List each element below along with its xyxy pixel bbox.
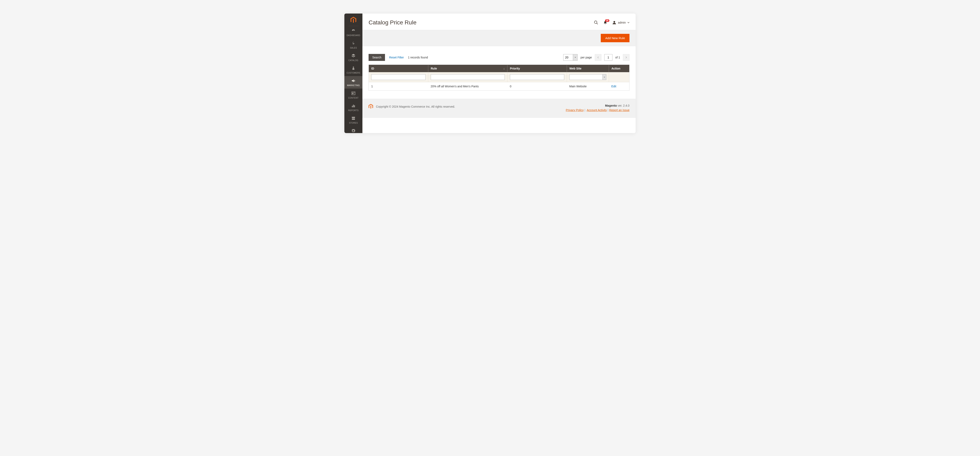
svg-line-8 [597, 23, 598, 24]
page-of-label: of 1 [615, 56, 620, 59]
page-footer: Copyright © 2024 Magento Commerce Inc. A… [363, 99, 636, 118]
sidebar-item-label: DASHBOARD [347, 34, 360, 37]
data-grid: ID Rule↓ Priority Web Site Action [363, 65, 636, 99]
filter-priority-input[interactable] [510, 74, 564, 80]
sidebar-item-dashboard[interactable]: DASHBOARD [344, 26, 363, 38]
svg-rect-4 [352, 106, 353, 107]
customers-icon [351, 66, 356, 70]
table-header-row: ID Rule↓ Priority Web Site Action [369, 65, 630, 72]
rules-table: ID Rule↓ Priority Web Site Action [369, 65, 630, 91]
table-row[interactable]: 1 20% off all Women's and Men's Pants 0 … [369, 82, 630, 91]
sidebar-item-stores[interactable]: STORES [344, 114, 363, 126]
per-page-label: per page [581, 56, 592, 59]
sidebar: DASHBOARD SALES CATALOG CUSTOMERS MARKET… [344, 14, 363, 133]
gear-icon [351, 129, 356, 133]
sidebar-item-label: STORES [349, 122, 358, 124]
filter-rule-input[interactable] [431, 74, 505, 80]
filter-website-dropdown[interactable] [602, 75, 606, 80]
sidebar-item-label: CUSTOMERS [347, 72, 360, 74]
sidebar-item-customers[interactable]: CUSTOMERS [344, 64, 363, 76]
reports-icon [351, 103, 356, 108]
add-new-rule-button[interactable]: Add New Rule [601, 34, 630, 42]
sidebar-item-reports[interactable]: REPORTS [344, 101, 363, 114]
account-activity-link[interactable]: Account Activity [586, 108, 607, 112]
cell-priority: 0 [508, 82, 567, 91]
toolbar: Add New Rule [363, 30, 636, 46]
search-button[interactable]: Search [369, 54, 385, 61]
sort-asc-icon: ↓ [503, 67, 505, 70]
svg-rect-2 [352, 92, 353, 94]
sidebar-item-catalog[interactable]: CATALOG [344, 51, 363, 64]
col-action: Action [609, 65, 630, 72]
user-menu[interactable]: admin [612, 21, 630, 25]
col-id[interactable]: ID [369, 65, 428, 72]
search-icon [594, 20, 598, 25]
caret-down-icon [604, 76, 605, 78]
main-content: Catalog Price Rule 39 admin Add New Rule [363, 14, 636, 133]
filter-id-input[interactable] [371, 74, 426, 80]
svg-point-7 [594, 21, 597, 24]
page-title: Catalog Price Rule [369, 19, 416, 26]
search-button[interactable] [594, 20, 598, 25]
copyright-text: Copyright © 2024 Magento Commerce Inc. A… [376, 105, 455, 108]
col-priority[interactable]: Priority [508, 65, 567, 72]
notification-badge: 39 [605, 19, 609, 22]
svg-rect-3 [354, 92, 355, 93]
page-size-dropdown[interactable] [573, 54, 578, 60]
notifications-button[interactable]: 39 [603, 21, 607, 25]
svg-rect-6 [354, 105, 355, 107]
page-size-value[interactable] [563, 54, 573, 60]
privacy-link[interactable]: Privacy Policy [566, 108, 584, 112]
content-icon [351, 91, 356, 95]
stores-icon [351, 116, 356, 121]
edit-link[interactable]: Edit [611, 85, 616, 88]
svg-rect-5 [353, 105, 354, 107]
sidebar-item-marketing[interactable]: MARKETING [344, 76, 363, 89]
app-window: DASHBOARD SALES CATALOG CUSTOMERS MARKET… [344, 14, 636, 133]
username: admin [618, 21, 626, 24]
header-actions: 39 admin [594, 20, 630, 25]
chevron-left-icon [597, 56, 599, 59]
filter-website-select[interactable] [570, 74, 606, 80]
caret-down-icon [574, 57, 576, 58]
col-website[interactable]: Web Site [567, 65, 609, 72]
svg-point-0 [353, 67, 354, 68]
sidebar-item-label: SALES [350, 47, 357, 49]
cell-id: 1 [369, 82, 428, 91]
dashboard-icon [351, 29, 356, 33]
version-text: Magento ver. 2.4.0 [566, 104, 630, 107]
svg-point-9 [614, 21, 615, 23]
chevron-right-icon [625, 56, 627, 59]
sidebar-item-label: REPORTS [348, 109, 358, 111]
controls-left: Search Reset Filter 1 records found [369, 54, 428, 61]
footer-left: Copyright © 2024 Magento Commerce Inc. A… [369, 104, 455, 109]
report-issue-link[interactable]: Report an Issue [609, 108, 630, 112]
magento-logo-icon [350, 17, 356, 23]
catalog-icon [351, 54, 356, 58]
magento-logo-icon [369, 104, 373, 109]
reset-filter-link[interactable]: Reset Filter [389, 56, 404, 59]
col-rule[interactable]: Rule↓ [428, 65, 508, 72]
sidebar-item-sales[interactable]: SALES [344, 38, 363, 51]
controls-right: per page of 1 [563, 54, 630, 61]
sidebar-item-label: CONTENT [348, 97, 358, 99]
next-page-button[interactable] [623, 54, 630, 61]
prev-page-button[interactable] [595, 54, 601, 61]
cell-website: Main Website [567, 82, 609, 91]
megaphone-icon [351, 78, 356, 83]
sidebar-item-label: CATALOG [348, 59, 358, 62]
page-size-select[interactable] [563, 54, 578, 61]
dollar-icon [351, 41, 356, 46]
cell-rule: 20% off all Women's and Men's Pants [428, 82, 508, 91]
filter-row [369, 72, 630, 82]
chevron-down-icon [627, 22, 630, 24]
sidebar-item-label: MARKETING [347, 84, 360, 87]
footer-links: Privacy Policy| Account Activity|Report … [566, 108, 630, 112]
footer-right: Magento ver. 2.4.0 Privacy Policy| Accou… [566, 104, 630, 112]
sidebar-item-system-partial[interactable] [344, 126, 363, 133]
user-icon [612, 21, 616, 25]
page-header: Catalog Price Rule 39 admin [363, 14, 636, 30]
current-page-input[interactable] [604, 54, 612, 61]
sidebar-item-content[interactable]: CONTENT [344, 89, 363, 101]
magento-logo[interactable] [348, 14, 358, 26]
